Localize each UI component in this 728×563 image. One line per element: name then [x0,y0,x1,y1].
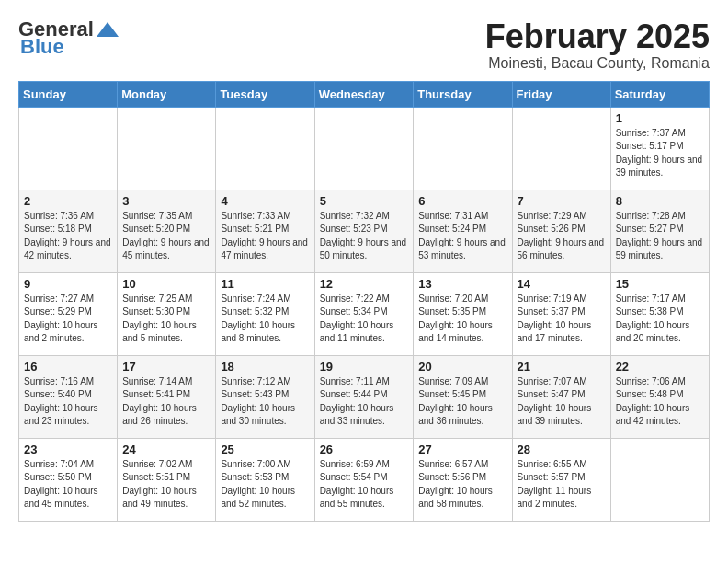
day-info: Sunrise: 7:11 AM Sunset: 5:44 PM Dayligh… [320,375,409,429]
day-info: Sunrise: 7:27 AM Sunset: 5:29 PM Dayligh… [24,293,112,346]
day-info: Sunrise: 7:32 AM Sunset: 5:23 PM Dayligh… [320,210,409,263]
day-number: 20 [418,360,506,373]
calendar-week-row: 1Sunrise: 7:37 AM Sunset: 5:17 PM Daylig… [19,107,710,190]
calendar-cell [216,107,314,190]
calendar-cell: 16Sunrise: 7:16 AM Sunset: 5:40 PM Dayli… [19,355,118,438]
calendar-cell: 25Sunrise: 7:00 AM Sunset: 5:53 PM Dayli… [216,438,314,521]
calendar-cell [512,107,610,190]
day-info: Sunrise: 7:12 AM Sunset: 5:43 PM Dayligh… [221,375,309,429]
day-info: Sunrise: 7:31 AM Sunset: 5:24 PM Dayligh… [418,210,506,263]
calendar-cell [118,107,216,190]
day-header-saturday: Saturday [610,81,709,107]
day-number: 8 [616,194,704,208]
day-info: Sunrise: 7:16 AM Sunset: 5:40 PM Dayligh… [24,375,112,429]
day-number: 25 [221,442,309,456]
calendar-cell: 24Sunrise: 7:02 AM Sunset: 5:51 PM Dayli… [118,438,216,521]
day-info: Sunrise: 7:07 AM Sunset: 5:47 PM Dayligh… [518,375,606,429]
calendar-cell: 20Sunrise: 7:09 AM Sunset: 5:45 PM Dayli… [414,355,512,438]
calendar-cell: 4Sunrise: 7:33 AM Sunset: 5:21 PM Daylig… [216,190,314,272]
day-info: Sunrise: 7:06 AM Sunset: 5:48 PM Dayligh… [616,375,704,429]
day-info: Sunrise: 7:14 AM Sunset: 5:41 PM Dayligh… [122,375,210,429]
calendar-cell: 7Sunrise: 7:29 AM Sunset: 5:26 PM Daylig… [512,190,610,272]
day-info: Sunrise: 7:17 AM Sunset: 5:38 PM Dayligh… [616,293,704,346]
day-number: 2 [24,194,112,208]
day-number: 14 [518,277,606,291]
logo-icon [95,20,120,40]
svg-marker-0 [97,22,119,37]
calendar-cell: 2Sunrise: 7:36 AM Sunset: 5:18 PM Daylig… [19,190,118,272]
calendar-cell: 11Sunrise: 7:24 AM Sunset: 5:32 PM Dayli… [216,272,314,355]
calendar-cell: 18Sunrise: 7:12 AM Sunset: 5:43 PM Dayli… [216,355,314,438]
page-subtitle: Moinesti, Bacau County, Romania [485,55,710,72]
calendar-cell: 8Sunrise: 7:28 AM Sunset: 5:27 PM Daylig… [610,190,709,272]
day-header-thursday: Thursday [414,81,512,107]
day-number: 15 [616,277,704,291]
calendar-cell: 12Sunrise: 7:22 AM Sunset: 5:34 PM Dayli… [314,272,414,355]
calendar-cell: 5Sunrise: 7:32 AM Sunset: 5:23 PM Daylig… [314,190,414,272]
day-info: Sunrise: 7:09 AM Sunset: 5:45 PM Dayligh… [418,375,506,429]
day-info: Sunrise: 7:37 AM Sunset: 5:17 PM Dayligh… [616,127,704,180]
day-info: Sunrise: 7:33 AM Sunset: 5:21 PM Dayligh… [221,210,309,263]
page-title: February 2025 [485,18,710,55]
day-number: 22 [616,360,704,373]
day-header-monday: Monday [118,81,216,107]
calendar-cell: 14Sunrise: 7:19 AM Sunset: 5:37 PM Dayli… [512,272,610,355]
day-number: 11 [221,277,309,291]
day-header-tuesday: Tuesday [216,81,314,107]
calendar-cell: 21Sunrise: 7:07 AM Sunset: 5:47 PM Dayli… [512,355,610,438]
day-number: 3 [122,194,210,208]
day-header-friday: Friday [512,81,610,107]
day-info: Sunrise: 7:28 AM Sunset: 5:27 PM Dayligh… [616,210,704,263]
calendar-table: SundayMondayTuesdayWednesdayThursdayFrid… [18,81,710,522]
calendar-cell [19,107,118,190]
calendar-cell: 17Sunrise: 7:14 AM Sunset: 5:41 PM Dayli… [118,355,216,438]
calendar-cell: 23Sunrise: 7:04 AM Sunset: 5:50 PM Dayli… [19,438,118,521]
day-info: Sunrise: 7:04 AM Sunset: 5:50 PM Dayligh… [24,458,112,511]
day-info: Sunrise: 7:24 AM Sunset: 5:32 PM Dayligh… [221,293,309,346]
calendar-cell: 28Sunrise: 6:55 AM Sunset: 5:57 PM Dayli… [512,438,610,521]
day-info: Sunrise: 7:22 AM Sunset: 5:34 PM Dayligh… [320,293,409,346]
calendar-cell: 9Sunrise: 7:27 AM Sunset: 5:29 PM Daylig… [19,272,118,355]
calendar-cell: 6Sunrise: 7:31 AM Sunset: 5:24 PM Daylig… [414,190,512,272]
day-number: 12 [320,277,409,291]
day-info: Sunrise: 7:36 AM Sunset: 5:18 PM Dayligh… [24,210,112,263]
day-header-wednesday: Wednesday [314,81,414,107]
day-number: 16 [24,360,112,373]
day-info: Sunrise: 7:00 AM Sunset: 5:53 PM Dayligh… [221,458,309,511]
day-number: 9 [24,277,112,291]
day-number: 24 [122,442,210,456]
day-info: Sunrise: 6:55 AM Sunset: 5:57 PM Dayligh… [518,458,606,511]
day-number: 7 [518,194,606,208]
day-info: Sunrise: 7:29 AM Sunset: 5:26 PM Dayligh… [518,210,606,263]
day-info: Sunrise: 7:35 AM Sunset: 5:20 PM Dayligh… [122,210,210,263]
day-number: 26 [320,442,409,456]
calendar-header-row: SundayMondayTuesdayWednesdayThursdayFrid… [19,81,710,107]
day-number: 5 [320,194,409,208]
calendar-week-row: 16Sunrise: 7:16 AM Sunset: 5:40 PM Dayli… [19,355,710,438]
day-number: 21 [518,360,606,373]
calendar-cell: 15Sunrise: 7:17 AM Sunset: 5:38 PM Dayli… [610,272,709,355]
day-number: 19 [320,360,409,373]
day-number: 10 [122,277,210,291]
day-info: Sunrise: 6:57 AM Sunset: 5:56 PM Dayligh… [418,458,506,511]
calendar-cell [610,438,709,521]
calendar-cell: 19Sunrise: 7:11 AM Sunset: 5:44 PM Dayli… [314,355,414,438]
calendar-cell: 3Sunrise: 7:35 AM Sunset: 5:20 PM Daylig… [118,190,216,272]
calendar-week-row: 2Sunrise: 7:36 AM Sunset: 5:18 PM Daylig… [19,190,710,272]
calendar-cell: 13Sunrise: 7:20 AM Sunset: 5:35 PM Dayli… [414,272,512,355]
calendar-cell: 27Sunrise: 6:57 AM Sunset: 5:56 PM Dayli… [414,438,512,521]
day-number: 17 [122,360,210,373]
calendar-cell: 26Sunrise: 6:59 AM Sunset: 5:54 PM Dayli… [314,438,414,521]
day-info: Sunrise: 6:59 AM Sunset: 5:54 PM Dayligh… [320,458,409,511]
day-number: 18 [221,360,309,373]
calendar-cell: 10Sunrise: 7:25 AM Sunset: 5:30 PM Dayli… [118,272,216,355]
logo-blue-text: Blue [18,35,64,59]
day-info: Sunrise: 7:19 AM Sunset: 5:37 PM Dayligh… [518,293,606,346]
calendar-cell [314,107,414,190]
calendar-cell [414,107,512,190]
day-number: 27 [418,442,506,456]
day-number: 4 [221,194,309,208]
day-header-sunday: Sunday [19,81,118,107]
calendar-week-row: 9Sunrise: 7:27 AM Sunset: 5:29 PM Daylig… [19,272,710,355]
day-number: 13 [418,277,506,291]
